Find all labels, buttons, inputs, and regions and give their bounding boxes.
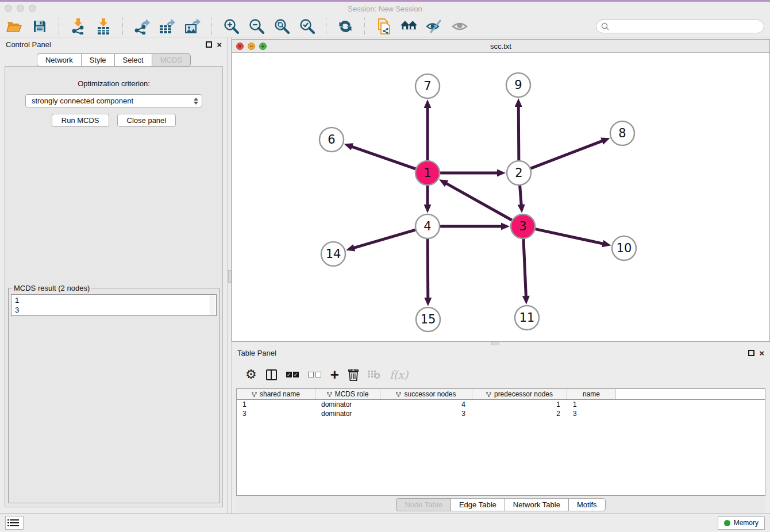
- graph-edge-arrowhead: [344, 143, 353, 150]
- graph-edge-arrowhead: [518, 205, 525, 213]
- table-row[interactable]: 1dominator411: [237, 400, 765, 409]
- graph-edge-2-9[interactable]: [518, 105, 519, 160]
- main-toolbar: [0, 16, 770, 37]
- graph-node-label: 9: [514, 78, 522, 92]
- column-header-successor-nodes[interactable]: successor nodes: [380, 389, 472, 399]
- network-maximize-icon[interactable]: +: [259, 43, 267, 50]
- mcds-result-lines: 13: [15, 295, 213, 315]
- control-panel-tabs: NetworkStyleSelectMCDS: [0, 53, 228, 67]
- graph-edge-arrowhead: [602, 240, 611, 248]
- tab-style[interactable]: Style: [81, 53, 114, 67]
- run-mcds-button[interactable]: Run MCDS: [52, 114, 109, 127]
- home-icon[interactable]: [401, 18, 418, 35]
- graph-edge-arrowhead: [346, 244, 355, 251]
- control-panel-title: Control Panel: [6, 40, 51, 49]
- export-image-icon[interactable]: [184, 18, 201, 35]
- graph-edge-arrowhead: [497, 169, 506, 177]
- add-row-icon[interactable]: +: [330, 369, 339, 380]
- graph-edge-3-1[interactable]: [445, 183, 512, 221]
- os-titlebar: Session: New Session: [0, 2, 770, 16]
- tab-select[interactable]: Select: [114, 53, 152, 67]
- tab-network-table[interactable]: Network Table: [505, 498, 568, 511]
- search-field[interactable]: [596, 20, 764, 33]
- splitter-handle[interactable]: [228, 270, 232, 283]
- column-header-predecessor-nodes[interactable]: predecessor nodes: [472, 389, 567, 399]
- graph-edge-4-14[interactable]: [352, 230, 415, 248]
- minimize-window-button[interactable]: [17, 5, 24, 12]
- deselect-all-checks-icon[interactable]: [308, 372, 321, 377]
- mcds-panel: Optimization criterion: strongly connect…: [5, 66, 223, 507]
- save-session-icon[interactable]: [31, 18, 48, 35]
- table-cell[interactable]: 3: [380, 409, 472, 418]
- result-scrollbar[interactable]: [210, 295, 215, 315]
- vertical-splitter[interactable]: [228, 37, 232, 513]
- search-input[interactable]: [612, 22, 759, 30]
- tab-edge-table[interactable]: Edge Table: [451, 498, 505, 511]
- mcds-result-textarea[interactable]: 13: [11, 294, 217, 316]
- table-cell[interactable]: 4: [380, 400, 472, 409]
- refresh-layout-icon[interactable]: [337, 18, 354, 35]
- float-panel-icon[interactable]: [748, 350, 754, 356]
- table-cell[interactable]: 3: [567, 409, 616, 418]
- graph-node-label: 2: [515, 166, 522, 180]
- optimization-criterion-select[interactable]: strongly connected component: [25, 94, 202, 107]
- graph-edge-3-11[interactable]: [523, 239, 526, 298]
- delete-row-icon[interactable]: [348, 369, 359, 381]
- close-panel-icon[interactable]: ×: [217, 41, 222, 48]
- select-all-checks-icon[interactable]: ✓✓: [286, 372, 299, 377]
- import-network-icon[interactable]: [70, 18, 87, 35]
- graph-edge-3-10[interactable]: [536, 229, 605, 244]
- zoom-fit-icon[interactable]: [273, 18, 290, 35]
- horizontal-splitter[interactable]: [232, 342, 770, 346]
- graph-edge-1-6[interactable]: [350, 146, 415, 169]
- network-canvas[interactable]: 1234678910111415: [232, 53, 769, 341]
- export-table-icon[interactable]: [159, 18, 176, 35]
- tab-network[interactable]: Network: [37, 53, 81, 67]
- table-tabs: Node TableEdge TableNetwork TableMotifs: [396, 498, 605, 511]
- column-header-MCDS-role[interactable]: MCDS role: [315, 389, 380, 399]
- table-cell[interactable]: dominator: [315, 400, 380, 409]
- graph-edge-4-15[interactable]: [428, 239, 428, 300]
- table-toolbar: ⚙ ✓✓ + f(x): [236, 362, 765, 387]
- window-title: Session: New Session: [348, 5, 422, 13]
- close-panel-icon[interactable]: ×: [759, 350, 764, 356]
- zoom-window-button[interactable]: [29, 5, 36, 12]
- task-history-button[interactable]: [5, 516, 24, 530]
- tab-motifs[interactable]: Motifs: [568, 498, 606, 511]
- zoom-selected-icon[interactable]: [298, 18, 315, 35]
- column-manager-icon[interactable]: [266, 369, 277, 380]
- table-cell[interactable]: 1: [567, 400, 616, 409]
- table-cell[interactable]: dominator: [315, 409, 380, 418]
- network-minimize-icon[interactable]: −: [248, 43, 255, 50]
- table-cell[interactable]: 3: [237, 409, 315, 418]
- table-cell[interactable]: 2: [472, 409, 567, 418]
- close-panel-button[interactable]: Close panel: [117, 114, 176, 127]
- table-cell[interactable]: 1: [472, 400, 567, 409]
- network-window-titlebar[interactable]: × − + scc.txt: [232, 40, 769, 53]
- table-row[interactable]: 3dominator323: [237, 409, 765, 418]
- tab-node-table[interactable]: Node Table: [396, 498, 451, 511]
- memory-button[interactable]: Memory: [718, 516, 765, 530]
- column-header-name[interactable]: name: [567, 389, 616, 399]
- import-table-icon[interactable]: [95, 18, 112, 35]
- table-panel-header: Table Panel ×: [232, 346, 770, 360]
- splitter-handle[interactable]: [491, 342, 499, 345]
- graph-edge-2-3[interactable]: [520, 186, 522, 207]
- open-session-icon[interactable]: [6, 18, 23, 35]
- graph-edge-2-8[interactable]: [531, 140, 605, 168]
- close-window-button[interactable]: [5, 5, 12, 12]
- network-close-icon[interactable]: ×: [236, 43, 244, 50]
- table-cell[interactable]: 1: [237, 400, 315, 409]
- optimization-criterion-label: Optimization criterion:: [5, 79, 222, 88]
- settings-gear-icon[interactable]: ⚙: [245, 367, 257, 382]
- function-builder-icon: f(x): [390, 368, 409, 381]
- tab-mcds[interactable]: MCDS: [152, 53, 191, 67]
- hide-eye-icon[interactable]: [426, 18, 443, 35]
- export-network-icon[interactable]: [133, 18, 151, 35]
- float-panel-icon[interactable]: [206, 41, 212, 48]
- zoom-out-icon[interactable]: [248, 18, 265, 35]
- zoom-in-icon[interactable]: [222, 18, 240, 35]
- column-header-shared-name[interactable]: shared name: [237, 389, 315, 399]
- graph-node-label: 14: [326, 247, 341, 261]
- copy-network-icon[interactable]: [375, 18, 392, 35]
